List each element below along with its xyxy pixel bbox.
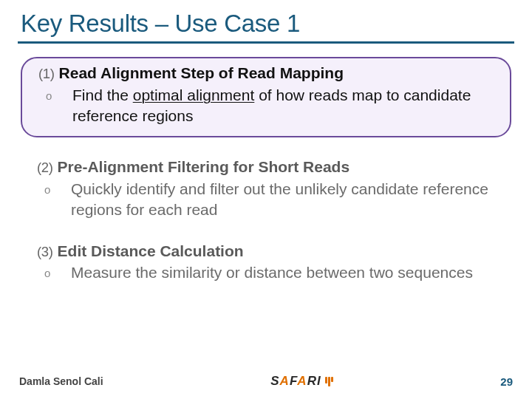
item-3-label: (3) bbox=[37, 244, 53, 259]
item-1-sub-underlined: optimal alignment bbox=[133, 86, 255, 103]
item-3-heading: Edit Distance Calculation bbox=[58, 242, 244, 259]
logo-bars-icon bbox=[325, 377, 333, 386]
bullet-icon: o bbox=[58, 266, 71, 281]
item-1-heading: Read Alignment Step of Read Mapping bbox=[59, 64, 344, 81]
slide: Key Results – Use Case 1 (1) Read Alignm… bbox=[0, 0, 532, 399]
item-1-sub-pre: Find the bbox=[72, 86, 133, 103]
item-2-sub: oQuickly identify and filter out the unl… bbox=[58, 179, 513, 219]
item-1-sub: oFind the optimal alignment of how reads… bbox=[59, 85, 494, 126]
footer-author: Damla Senol Cali bbox=[19, 375, 103, 387]
item-1: (1) Read Alignment Step of Read Mapping … bbox=[38, 63, 494, 126]
footer-logo: SAFARI bbox=[270, 374, 332, 389]
item-3-sub-text: Measure the similarity or distance betwe… bbox=[71, 264, 473, 281]
item-1-label: (1) bbox=[38, 66, 55, 81]
highlighted-callout: (1) Read Alignment Step of Read Mapping … bbox=[21, 57, 511, 137]
bullet-icon: o bbox=[59, 89, 72, 103]
bullet-icon: o bbox=[58, 183, 71, 197]
footer: Damla Senol Cali SAFARI 29 bbox=[19, 374, 513, 389]
logo-text: SAFARI bbox=[270, 374, 321, 389]
page-number: 29 bbox=[500, 375, 513, 388]
item-3-sub: oMeasure the similarity or distance betw… bbox=[58, 262, 513, 283]
item-2-label: (2) bbox=[37, 160, 53, 175]
item-3: (3) Edit Distance Calculation oMeasure t… bbox=[37, 241, 513, 283]
item-2-heading: Pre-Alignment Filtering for Short Reads bbox=[58, 158, 350, 175]
page-title: Key Results – Use Case 1 bbox=[21, 10, 513, 37]
item-2-sub-text: Quickly identify and filter out the unli… bbox=[71, 180, 488, 218]
item-2: (2) Pre-Alignment Filtering for Short Re… bbox=[37, 157, 513, 219]
title-underline bbox=[18, 41, 514, 44]
